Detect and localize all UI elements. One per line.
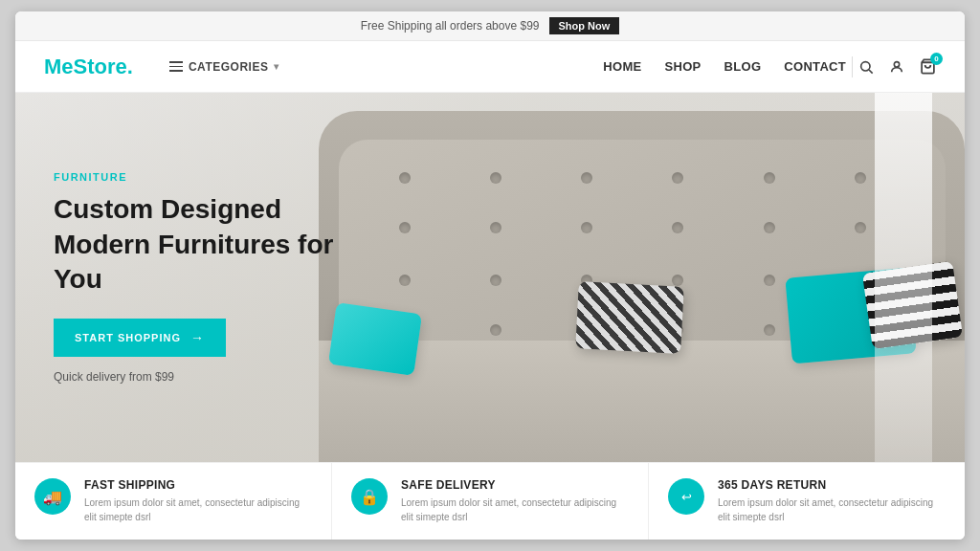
hero-title: Custom Designed Modern Furnitures for Yo… — [54, 192, 376, 297]
features-bar: 🚚 FAST SHIPPING Lorem ipsum dolor sit am… — [15, 462, 965, 540]
navbar: MeStore. CATEGORIES ▾ HOME SHOP BLOG CON… — [15, 41, 965, 93]
shop-now-button[interactable]: Shop Now — [549, 17, 620, 34]
announcement-text: Free Shipping all orders above $99 — [361, 19, 540, 33]
svg-line-1 — [869, 70, 873, 74]
feature-fast-shipping: 🚚 FAST SHIPPING Lorem ipsum dolor sit am… — [15, 463, 332, 540]
svg-point-2 — [894, 61, 899, 66]
safe-delivery-title: SAFE DELIVERY — [401, 478, 629, 492]
announcement-bar: Free Shipping all orders above $99 Shop … — [15, 11, 965, 41]
cart-count: 0 — [930, 53, 943, 65]
hero-content: FURNITURE Custom Designed Modern Furnitu… — [15, 171, 414, 383]
days-return-icon: ↩ — [668, 478, 704, 515]
browser-frame: Free Shipping all orders above $99 Shop … — [15, 11, 965, 540]
nav-divider — [852, 56, 853, 77]
hamburger-icon — [169, 61, 183, 72]
nav-icons: 0 — [858, 58, 936, 75]
days-return-text: 365 DAYS RETURN Lorem ipsum dolor sit am… — [718, 478, 946, 524]
hero-title-line1: Custom Designed — [54, 194, 281, 224]
pillow-patterned — [576, 281, 685, 354]
hero-cta-button[interactable]: START SHOPPING → — [54, 319, 226, 357]
feature-safe-delivery: 🔒 SAFE DELIVERY Lorem ipsum dolor sit am… — [332, 463, 649, 540]
hero-visual — [319, 93, 965, 462]
hero-category: FURNITURE — [54, 171, 376, 183]
search-icon[interactable] — [858, 59, 874, 75]
hero-cta-label: START SHOPPING — [75, 332, 181, 343]
fast-shipping-description: Lorem ipsum dolor sit amet, consectetur … — [84, 496, 312, 524]
categories-menu-button[interactable]: CATEGORIES ▾ — [162, 55, 287, 79]
safe-delivery-description: Lorem ipsum dolor sit amet, consectetur … — [401, 496, 629, 524]
safe-delivery-text: SAFE DELIVERY Lorem ipsum dolor sit amet… — [401, 478, 629, 524]
hero-delivery-text: Quick delivery from $99 — [54, 370, 376, 384]
days-return-description: Lorem ipsum dolor sit amet, consectetur … — [718, 496, 946, 524]
nav-shop[interactable]: SHOP — [665, 59, 702, 74]
sofa-seat — [319, 341, 965, 462]
nav-contact[interactable]: CONTACT — [784, 59, 846, 74]
user-icon[interactable] — [889, 59, 904, 75]
fast-shipping-text: FAST SHIPPING Lorem ipsum dolor sit amet… — [84, 478, 312, 524]
logo[interactable]: MeStore. — [44, 55, 133, 79]
logo-dot: . — [127, 55, 133, 78]
fast-shipping-icon: 🚚 — [34, 478, 71, 515]
fast-shipping-title: FAST SHIPPING — [84, 478, 312, 492]
nav-links: HOME SHOP BLOG CONTACT — [603, 59, 846, 74]
safe-delivery-icon: 🔒 — [351, 478, 388, 515]
logo-part2: Store — [74, 55, 127, 78]
svg-point-0 — [861, 61, 870, 70]
cart-icon[interactable]: 0 — [920, 58, 936, 75]
logo-part1: Me — [44, 55, 74, 78]
days-return-title: 365 DAYS RETURN — [718, 478, 946, 492]
hero-title-line2: Modern Furnitures for You — [54, 230, 333, 294]
arrow-icon: → — [190, 330, 205, 345]
categories-label: CATEGORIES — [189, 60, 268, 74]
window-light — [875, 93, 932, 462]
nav-blog[interactable]: BLOG — [724, 59, 762, 74]
hero-section: FURNITURE Custom Designed Modern Furnitu… — [15, 93, 965, 462]
feature-365-return: ↩ 365 DAYS RETURN Lorem ipsum dolor sit … — [649, 463, 965, 540]
chevron-down-icon: ▾ — [274, 61, 279, 72]
nav-home[interactable]: HOME — [603, 59, 641, 74]
